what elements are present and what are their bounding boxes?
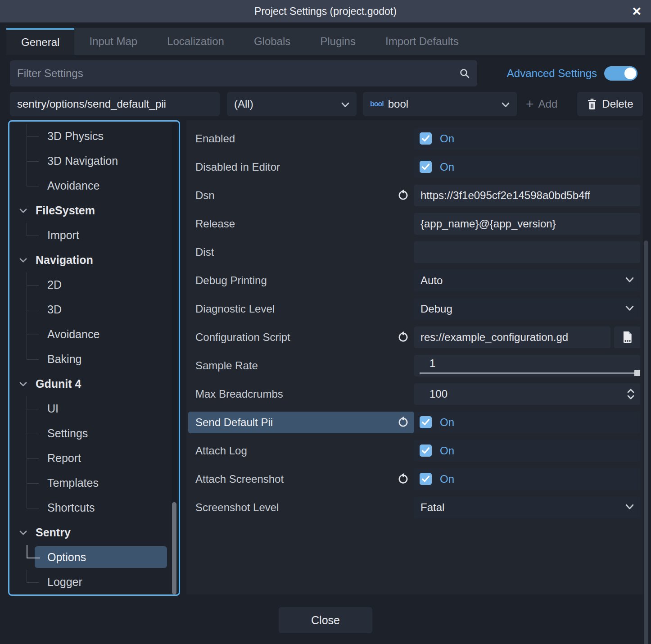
chevron-down-icon — [625, 503, 634, 512]
type-select[interactable]: bool bool — [363, 92, 517, 116]
checkbox-checked[interactable] — [420, 416, 432, 428]
advanced-settings-label: Advanced Settings — [507, 67, 597, 80]
tab-localization[interactable]: Localization — [152, 28, 239, 55]
setting-row-max-breadcrumbs: Max Breadcrumbs100 — [186, 380, 643, 408]
sidebar-item-label: Gdunit 4 — [36, 377, 81, 390]
sidebar-item-report[interactable]: Report — [9, 446, 179, 471]
sidebar-item-label: Shortcuts — [47, 501, 95, 514]
revert-icon[interactable] — [397, 331, 409, 343]
tree-scrollbar-thumb[interactable] — [172, 502, 176, 594]
sidebar-item-2d[interactable]: 2D — [9, 272, 179, 297]
spinner-field[interactable]: 100 — [414, 383, 640, 405]
sidebar-item-sentry[interactable]: Sentry — [9, 520, 179, 545]
inspector-scrollbar-thumb[interactable] — [644, 240, 648, 644]
chevron-down-icon — [19, 529, 27, 537]
tab-general[interactable]: General — [6, 28, 74, 55]
checkbox-checked[interactable] — [420, 444, 432, 457]
file-icon — [621, 331, 633, 344]
dropdown-select[interactable]: Debug — [414, 298, 640, 320]
setting-row-screenshot-level: Screenshot LevelFatal — [186, 493, 643, 522]
setting-row-release: Release{app_name}@{app_version} — [186, 209, 643, 238]
checkbox-checked[interactable] — [420, 132, 432, 145]
close-button[interactable]: Close — [279, 607, 372, 633]
search-icon — [459, 68, 470, 79]
tree-guide-line — [27, 396, 40, 421]
sidebar-item-shortcuts[interactable]: Shortcuts — [9, 495, 179, 520]
sidebar-item-label: Avoidance — [47, 328, 99, 341]
tree-guide-line — [27, 124, 40, 149]
dropdown-select[interactable]: Fatal — [414, 497, 640, 518]
add-button[interactable]: + Add — [523, 92, 571, 116]
checkbox-checked[interactable] — [420, 161, 432, 173]
sidebar-item-ui[interactable]: UI — [9, 396, 179, 421]
file-dialog-button[interactable] — [614, 327, 640, 348]
delete-button[interactable]: Delete — [577, 92, 643, 116]
sidebar-item-label: Navigation — [36, 254, 93, 267]
setting-label: Dsn — [195, 189, 215, 202]
sidebar-item-logger[interactable]: Logger — [9, 570, 179, 594]
text-field-value: https://3f1e095cf2e14598a0bd5b4ff — [420, 189, 590, 202]
setting-row-enabled: EnabledOn — [186, 124, 643, 153]
text-field[interactable]: https://3f1e095cf2e14598a0bd5b4ff — [414, 185, 640, 206]
setting-label: Screenshot Level — [195, 501, 279, 514]
filter-settings-input[interactable]: Filter Settings — [10, 60, 477, 86]
tree-scrollbar-track[interactable] — [172, 123, 177, 593]
tree-guide-line — [27, 322, 40, 347]
checkbox-cell: On — [414, 412, 640, 433]
sidebar-item-avoidance[interactable]: Avoidance — [9, 322, 179, 347]
sidebar-item-templates[interactable]: Templates — [9, 471, 179, 495]
file-path-value: res://example_configuration.gd — [420, 331, 568, 344]
tab-input-map[interactable]: Input Map — [74, 28, 152, 55]
slider-value: 1 — [429, 357, 435, 370]
slider-handle[interactable] — [634, 370, 640, 376]
add-button-label: Add — [538, 98, 558, 110]
sidebar-item-baking[interactable]: Baking — [9, 347, 179, 372]
text-field[interactable] — [414, 241, 640, 263]
sidebar-item-settings[interactable]: Settings — [9, 421, 179, 446]
spinner-updown-icon[interactable] — [627, 388, 635, 400]
text-field[interactable]: {app_name}@{app_version} — [414, 213, 640, 235]
filter-placeholder: Filter Settings — [17, 67, 459, 80]
sidebar-item-label: 2D — [47, 278, 62, 291]
sidebar-item-navigation[interactable]: Navigation — [9, 248, 179, 272]
setting-row-disabled-in-editor: Disabled in EditorOn — [186, 153, 643, 181]
sidebar-item-gdunit-4[interactable]: Gdunit 4 — [9, 372, 179, 396]
checkbox-checked[interactable] — [420, 473, 432, 485]
tab-bar: GeneralInput MapLocalizationGlobalsPlugi… — [6, 28, 645, 55]
checkbox-state-label: On — [440, 416, 454, 429]
tree-guide-line — [27, 223, 40, 248]
inspector-scrollbar-track[interactable] — [644, 120, 650, 594]
sidebar-item-options[interactable]: Options — [9, 545, 179, 570]
sidebar-item-filesystem[interactable]: FileSystem — [9, 198, 179, 223]
property-path-input[interactable]: sentry/options/send_default_pii — [10, 92, 220, 116]
setting-row-attach-screenshot: Attach ScreenshotOn — [186, 465, 643, 493]
revert-icon[interactable] — [397, 189, 409, 201]
tab-plugins[interactable]: Plugins — [305, 28, 371, 55]
sidebar-item-label: Logger — [47, 576, 82, 589]
tab-import-defaults[interactable]: Import Defaults — [371, 28, 474, 55]
slider-track[interactable] — [420, 372, 639, 374]
category-select[interactable]: (All) — [227, 92, 357, 116]
sidebar-item-3d-physics[interactable]: 3D Physics — [9, 124, 179, 149]
settings-tree: 3D Physics3D NavigationAvoidanceFileSyst… — [9, 122, 179, 594]
revert-icon[interactable] — [397, 416, 409, 428]
setting-label-cell: Max Breadcrumbs — [186, 383, 414, 405]
sidebar-item-import[interactable]: Import — [9, 223, 179, 248]
setting-label-cell[interactable]: Send Default Pii — [188, 412, 414, 433]
setting-label: Sample Rate — [195, 359, 258, 372]
file-path-field[interactable]: res://example_configuration.gd — [414, 327, 610, 348]
tree-guide-line — [27, 570, 40, 594]
setting-label-cell: Attach Screenshot — [186, 468, 414, 490]
sidebar-item-label: UI — [47, 402, 59, 415]
chevron-down-icon — [625, 277, 634, 285]
close-icon[interactable]: × — [629, 1, 644, 21]
revert-icon[interactable] — [397, 473, 409, 485]
sidebar-item-avoidance[interactable]: Avoidance — [9, 173, 179, 198]
tab-globals[interactable]: Globals — [239, 28, 305, 55]
tree-guide-line — [27, 347, 40, 372]
advanced-settings-toggle[interactable] — [604, 66, 637, 81]
slider-field[interactable]: 1 — [414, 355, 640, 376]
dropdown-select[interactable]: Auto — [414, 270, 640, 291]
sidebar-item-3d-navigation[interactable]: 3D Navigation — [9, 149, 179, 173]
sidebar-item-3d[interactable]: 3D — [9, 297, 179, 322]
